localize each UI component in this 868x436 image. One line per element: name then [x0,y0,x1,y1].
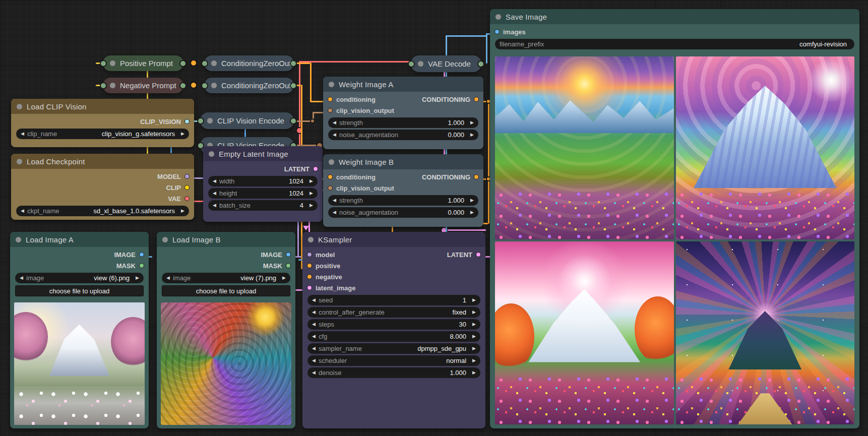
arrow-right-icon[interactable]: ▶ [472,334,476,339]
widget-ckpt-name[interactable]: ◀ ckpt_name sd_xl_base_1.0.safetensors ▶ [16,206,189,216]
arrow-left-icon[interactable]: ◀ [213,203,216,208]
collapsed-slot-dot[interactable] [100,60,107,67]
collapse-dot[interactable] [17,159,22,164]
slot-dot-clip-vision-output[interactable] [328,185,333,191]
slot-dot-image[interactable] [494,29,500,34]
reroute-dot[interactable] [310,118,315,123]
node-header[interactable]: Load Image A [10,232,149,247]
slot-dot-mask[interactable] [139,263,144,268]
arrow-right-icon[interactable]: ▶ [181,209,184,213]
slot-dot-image[interactable] [286,252,291,257]
slot-dot-conditioning[interactable] [474,97,479,102]
slot-dot-latent[interactable] [313,166,318,171]
arrow-right-icon[interactable]: ▶ [309,191,313,196]
arrow-left-icon[interactable]: ◀ [312,370,316,375]
arrow-right-icon[interactable]: ▶ [282,276,286,280]
arrow-right-icon[interactable]: ▶ [181,132,184,136]
arrow-right-icon[interactable]: ▶ [470,120,474,125]
choose-file-button[interactable]: choose file to upload [15,285,144,296]
node-ksampler[interactable]: KSampler model LATENT positive negative … [302,232,485,428]
reroute-dot[interactable] [190,82,197,89]
node-load-image-b[interactable]: Load Image B IMAGE MASK ◀ image view (7)… [157,232,295,428]
choose-file-button[interactable]: choose file to upload [162,285,290,296]
arrow-left-icon[interactable]: ◀ [312,322,316,327]
arrow-left-icon[interactable]: ◀ [312,298,316,302]
node-graph-canvas[interactable]: Positive Prompt Negative Prompt Conditio… [0,0,868,436]
collapsed-slot-dot[interactable] [477,60,484,68]
arrow-right-icon[interactable]: ▶ [470,210,474,215]
node-negative-prompt[interactable]: Negative Prompt [103,78,183,93]
collapsed-slot-dot[interactable] [179,82,187,89]
slot-dot-conditioning[interactable] [307,263,312,268]
arrow-left-icon[interactable]: ◀ [21,132,24,136]
slot-dot-model[interactable] [184,174,190,179]
node-empty-latent-image[interactable]: Empty Latent Image LATENT ◀ width 1024 ▶… [203,146,323,222]
collapse-dot[interactable] [110,83,115,88]
collapse-dot[interactable] [209,151,214,157]
arrow-right-icon[interactable]: ▶ [309,179,313,183]
collapsed-slot-dot[interactable] [179,60,187,67]
arrow-left-icon[interactable]: ◀ [312,310,316,315]
slot-dot-clip-vision[interactable] [184,119,190,124]
collapse-dot[interactable] [17,104,22,109]
node-load-image-a[interactable]: Load Image A IMAGE MASK ◀ image view (6)… [10,232,149,428]
collapse-dot[interactable] [329,82,334,87]
arrow-right-icon[interactable]: ▶ [472,346,476,351]
node-header[interactable]: Weight Image A [323,77,483,92]
arrow-left-icon[interactable]: ◀ [312,334,316,339]
collapse-dot[interactable] [211,60,217,66]
node-weight-image-b[interactable]: Weight Image B conditioning CONDITIONING… [323,154,483,227]
slot-dot-conditioning[interactable] [328,97,333,102]
collapse-dot[interactable] [211,83,217,88]
arrow-right-icon[interactable]: ▶ [470,133,474,137]
arrow-left-icon[interactable]: ◀ [213,179,216,183]
arrow-right-icon[interactable]: ▶ [472,322,476,327]
slot-dot-clip[interactable] [184,185,190,190]
arrow-left-icon[interactable]: ◀ [312,346,316,351]
widget-clip-name[interactable]: ◀ clip_name clip_vision_g.safetensors ▶ [16,129,189,139]
arrow-left-icon[interactable]: ◀ [333,198,336,203]
node-vae-decode[interactable]: VAE Decode [411,55,481,72]
slot-dot-vae[interactable] [184,196,190,201]
node-conditioning-zero-out-1[interactable]: ConditioningZeroOut [204,55,294,71]
widget-filename-prefix[interactable]: filename_prefix comfyui-revision [495,39,854,49]
widget-cfg[interactable]: ◀ cfg 8.000 ▶ [307,331,480,342]
collapsed-slot-dot[interactable] [197,117,204,124]
node-header[interactable]: Empty Latent Image [203,146,323,161]
widget-control-after-generate[interactable]: ◀ control_after_generate fixed ▶ [307,307,480,318]
slot-dot-latent[interactable] [307,285,312,290]
collapse-dot[interactable] [16,237,21,242]
collapsed-slot-dot[interactable] [290,82,297,89]
slot-dot-conditioning[interactable] [474,174,479,179]
collapsed-slot-dot[interactable] [201,60,208,67]
collapsed-slot-dot[interactable] [201,82,208,89]
arrow-right-icon[interactable]: ▶ [309,203,313,208]
widget-sampler-name[interactable]: ◀ sampler_name dpmpp_sde_gpu ▶ [307,343,480,354]
slot-dot-conditioning[interactable] [307,274,312,279]
arrow-right-icon[interactable]: ▶ [136,276,139,280]
arrow-left-icon[interactable]: ◀ [20,276,23,280]
collapse-dot[interactable] [110,60,115,66]
widget-strength[interactable]: ◀ strength 1.000 ▶ [328,117,478,128]
arrow-left-icon[interactable]: ◀ [213,191,216,196]
widget-steps[interactable]: ◀ steps 30 ▶ [307,319,480,330]
node-conditioning-zero-out-2[interactable]: ConditioningZeroOut [204,78,294,93]
node-header[interactable]: Load Image B [157,232,295,247]
arrow-right-icon[interactable]: ▶ [472,358,476,363]
node-header[interactable]: KSampler [302,232,485,247]
arrow-left-icon[interactable]: ◀ [312,358,316,363]
node-header[interactable]: Load Checkpoint [11,154,194,169]
collapse-dot[interactable] [495,14,501,20]
slot-dot-latent[interactable] [476,252,481,257]
collapse-dot[interactable] [308,237,314,242]
widget-width[interactable]: ◀ width 1024 ▶ [208,176,318,186]
node-header[interactable]: Load CLIP Vision [11,99,194,114]
arrow-left-icon[interactable]: ◀ [166,276,170,280]
slot-dot-conditioning[interactable] [328,174,333,179]
arrow-right-icon[interactable]: ▶ [472,370,476,375]
node-load-clip-vision[interactable]: Load CLIP Vision CLIP_VISION ◀ clip_name… [11,99,194,147]
collapse-dot[interactable] [418,61,423,67]
arrow-right-icon[interactable]: ▶ [472,310,476,315]
reroute-dot[interactable] [190,59,197,67]
collapsed-slot-dot[interactable] [100,82,107,89]
